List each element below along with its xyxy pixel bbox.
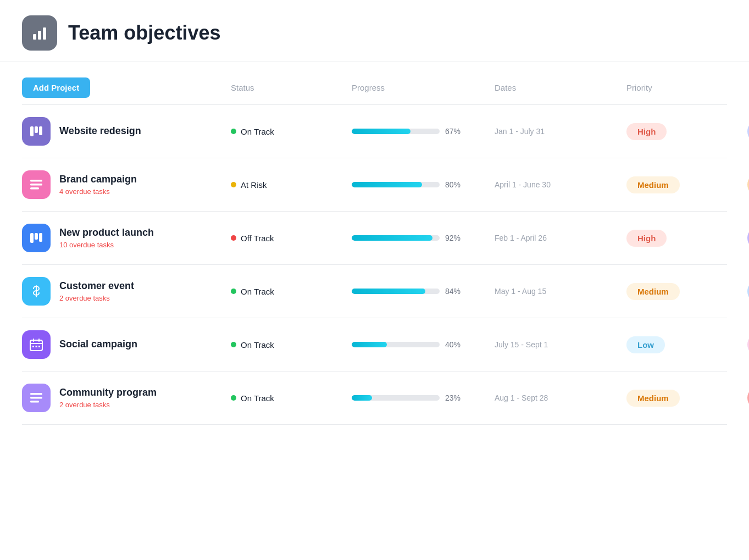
avatar-cell: 👨 bbox=[736, 120, 749, 142]
project-icon bbox=[22, 330, 51, 359]
progress-percent: 92% bbox=[445, 234, 465, 242]
progress-bar-fill bbox=[352, 395, 372, 401]
table-row: Brand campaign 4 overdue tasks At Risk 8… bbox=[22, 158, 727, 212]
status-cell: Off Track bbox=[231, 234, 352, 243]
app-header: Team objectives bbox=[0, 0, 749, 62]
progress-cell: 84% bbox=[352, 287, 495, 296]
svg-rect-16 bbox=[38, 346, 40, 347]
dates-cell: May 1 - Aug 15 bbox=[495, 287, 626, 296]
progress-bar-track bbox=[352, 289, 440, 294]
status-label: At Risk bbox=[241, 180, 267, 190]
project-info: Brand campaign 4 overdue tasks bbox=[22, 170, 231, 199]
status-dot bbox=[231, 129, 236, 134]
project-info: Social campaign bbox=[22, 330, 231, 359]
dates-cell: April 1 - June 30 bbox=[495, 180, 626, 189]
avatar-cell: 👦 bbox=[736, 174, 749, 196]
add-project-button[interactable]: Add Project bbox=[22, 77, 90, 98]
status-dot bbox=[231, 342, 236, 347]
status-cell: On Track bbox=[231, 393, 352, 403]
progress-bar-track bbox=[352, 235, 440, 241]
main-content: Add Project Status Progress Dates Priori… bbox=[0, 62, 749, 440]
project-info: Website redesign bbox=[22, 117, 231, 146]
svg-rect-6 bbox=[39, 126, 42, 135]
project-text: Website redesign bbox=[59, 125, 141, 137]
svg-rect-9 bbox=[30, 187, 39, 190]
project-name: New product launch bbox=[59, 227, 154, 239]
progress-bar-track bbox=[352, 342, 440, 347]
svg-rect-12 bbox=[39, 233, 42, 242]
project-name: Customer event bbox=[59, 280, 134, 292]
priority-badge: High bbox=[626, 230, 667, 247]
priority-badge: Low bbox=[626, 336, 665, 353]
svg-rect-0 bbox=[33, 34, 36, 40]
project-text: Brand campaign 4 overdue tasks bbox=[59, 174, 137, 196]
table-row: New product launch 10 overdue tasks Off … bbox=[22, 212, 727, 265]
priority-cell: Medium bbox=[626, 283, 736, 300]
svg-rect-10 bbox=[30, 233, 34, 243]
project-info: Community program 2 overdue tasks bbox=[22, 384, 231, 412]
priority-cell: Medium bbox=[626, 176, 736, 193]
progress-percent: 80% bbox=[445, 180, 465, 189]
svg-rect-2 bbox=[43, 27, 46, 40]
project-overdue: 10 overdue tasks bbox=[59, 241, 154, 249]
progress-cell: 23% bbox=[352, 393, 495, 402]
priority-cell: Medium bbox=[626, 390, 736, 407]
dates-cell: Aug 1 - Sept 28 bbox=[495, 393, 626, 402]
priority-cell: High bbox=[626, 123, 736, 140]
avatar-cell: 👩 bbox=[736, 387, 749, 409]
avatar-cell: 👩 bbox=[736, 227, 749, 249]
project-overdue: 4 overdue tasks bbox=[59, 187, 137, 196]
table-row: Community program 2 overdue tasks On Tra… bbox=[22, 372, 727, 425]
col-progress-label: Progress bbox=[352, 83, 495, 92]
page-title: Team objectives bbox=[68, 21, 220, 45]
progress-bar-fill bbox=[352, 129, 410, 134]
svg-rect-18 bbox=[30, 397, 42, 399]
project-text: Community program 2 overdue tasks bbox=[59, 387, 157, 409]
svg-rect-17 bbox=[30, 393, 42, 395]
project-icon bbox=[22, 170, 51, 199]
progress-cell: 40% bbox=[352, 340, 495, 349]
progress-bar-track bbox=[352, 129, 440, 134]
progress-cell: 80% bbox=[352, 180, 495, 189]
progress-percent: 23% bbox=[445, 393, 465, 402]
priority-badge: Medium bbox=[626, 176, 680, 193]
svg-rect-5 bbox=[35, 126, 38, 133]
table-row: Social campaign On Track 40% July 15 - S… bbox=[22, 318, 727, 372]
project-name: Community program bbox=[59, 387, 157, 399]
dates-cell: Jan 1 - July 31 bbox=[495, 127, 626, 136]
svg-rect-14 bbox=[32, 346, 34, 347]
avatar-cell: 🧑 bbox=[736, 280, 749, 302]
progress-bar-fill bbox=[352, 235, 432, 241]
svg-rect-11 bbox=[35, 233, 38, 240]
project-icon bbox=[22, 117, 51, 146]
project-name: Social campaign bbox=[59, 339, 137, 351]
status-label: On Track bbox=[241, 127, 274, 136]
progress-bar-track bbox=[352, 182, 440, 187]
project-text: Social campaign bbox=[59, 339, 137, 351]
status-cell: At Risk bbox=[231, 180, 352, 190]
col-status-label: Status bbox=[231, 83, 352, 92]
status-cell: On Track bbox=[231, 127, 352, 136]
dates-cell: Feb 1 - April 26 bbox=[495, 234, 626, 242]
status-label: On Track bbox=[241, 393, 274, 403]
table-row: Website redesign On Track 67% Jan 1 - Ju… bbox=[22, 105, 727, 158]
progress-cell: 92% bbox=[352, 234, 495, 242]
add-project-col: Add Project bbox=[22, 77, 231, 98]
status-cell: On Track bbox=[231, 287, 352, 296]
svg-rect-1 bbox=[38, 31, 41, 40]
project-name: Website redesign bbox=[59, 125, 141, 137]
status-label: On Track bbox=[241, 287, 274, 296]
priority-cell: High bbox=[626, 230, 736, 247]
bar-chart-icon bbox=[31, 24, 48, 42]
project-overdue: 2 overdue tasks bbox=[59, 401, 157, 409]
dates-cell: July 15 - Sept 1 bbox=[495, 340, 626, 349]
status-dot bbox=[231, 395, 236, 401]
project-name: Brand campaign bbox=[59, 174, 137, 186]
svg-rect-4 bbox=[30, 126, 34, 136]
progress-percent: 67% bbox=[445, 127, 465, 136]
table-row: Customer event 2 overdue tasks On Track … bbox=[22, 265, 727, 318]
project-info: Customer event 2 overdue tasks bbox=[22, 277, 231, 306]
status-dot bbox=[231, 182, 236, 187]
status-dot bbox=[231, 235, 236, 241]
priority-cell: Low bbox=[626, 336, 736, 353]
